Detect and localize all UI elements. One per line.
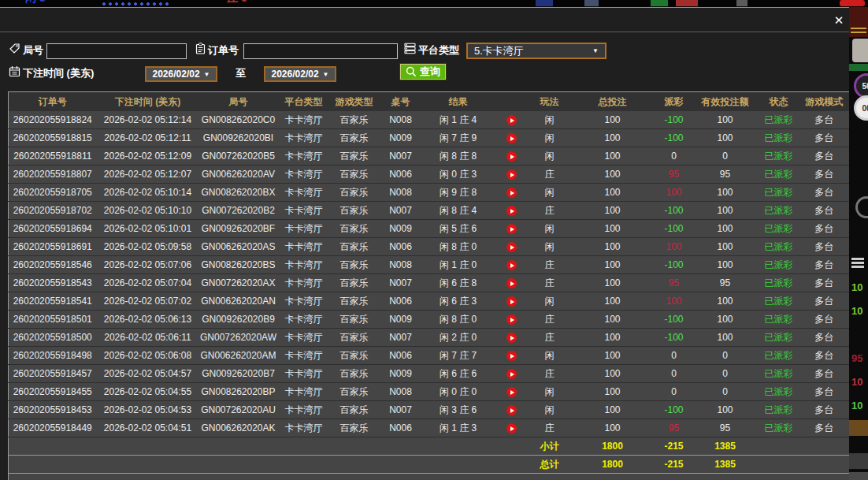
table-cell: 2026-02-02 05:12:07 [97,166,199,184]
bet-history-table: 订单号下注时间 (美东)局号平台类型游戏类型桌号结果玩法总投注派彩有效投注额状态… [8,91,849,480]
table-cell [494,292,530,311]
table-cell: 已派彩 [759,184,799,202]
platform-type-select[interactable]: 5.卡卡湾厅 ▼ [466,43,606,59]
replay-button[interactable] [506,387,517,397]
table-cell: 小计 [530,437,569,456]
replay-button[interactable] [506,115,517,125]
date-to-value: 2026/02/02 [272,69,319,80]
table-cell: 多台 [799,365,850,383]
column-header [494,92,530,112]
table-cell: 闲 7 庄 7 [423,347,494,365]
subtotal-row: 小计1800-2151385 [9,437,850,456]
table-cell [97,456,199,474]
close-icon[interactable]: ✕ [832,13,846,28]
table-cell: 多台 [799,129,850,147]
replay-button[interactable] [506,369,517,379]
table-row: 2602020559188072026-02-02 05:12:07GN0062… [9,166,850,184]
table-cell: 2026-02-02 05:04:55 [97,383,199,401]
table-cell: 100 [692,311,759,329]
table-cell: 闲 [530,184,569,202]
replay-button[interactable] [506,169,517,180]
table-cell: 2026-02-02 05:10:14 [97,184,199,202]
table-cell: 庄 [530,329,569,347]
date-to-select[interactable]: 2026/02/02 ▼ [264,66,336,82]
table-cell [494,129,530,147]
date-from-select[interactable]: 2026/02/02 ▼ [145,66,217,82]
replay-button[interactable] [506,405,517,415]
table-cell: 2026-02-02 05:12:11 [97,129,199,147]
table-cell [494,202,530,220]
table-cell: N006 [379,347,423,365]
table-cell: 2026-02-02 05:04:53 [97,401,199,419]
replay-button[interactable] [506,333,517,343]
table-cell: 多台 [799,256,850,274]
replay-button[interactable] [506,423,517,433]
table-cell: 260202055918815 [9,129,97,147]
table-cell: 100 [569,347,656,365]
column-header: 桌号 [379,92,423,112]
table-cell: 卡卡湾厅 [278,111,330,129]
column-header: 有效投注额 [692,92,759,112]
table-cell: 闲 5 庄 6 [423,220,494,238]
table-row: 2602020559188242026-02-02 05:12:14GN0082… [9,111,850,129]
table-row: 2602020559187022026-02-02 05:10:10GN0072… [9,202,850,220]
round-no-input[interactable] [46,43,187,59]
table-cell [379,437,423,456]
table-cell: N008 [379,256,423,274]
table-cell: GN008262020BX [199,184,278,202]
table-cell: GN009262020B7 [199,365,278,383]
table-cell: N008 [379,383,423,401]
table-cell: 庄 [530,365,569,383]
table-row: 2602020559186942026-02-02 05:10:01GN0092… [9,220,850,238]
background-text-line [851,28,866,29]
table-cell [799,437,850,456]
table-row: 2602020559184492026-02-02 05:04:51GN0062… [9,419,850,437]
table-cell: 闲 [530,111,569,129]
table-cell: 已派彩 [759,329,799,347]
table-cell: 100 [569,365,656,383]
table-cell [494,365,530,383]
to-label: 至 [236,66,246,80]
background-card [852,39,868,62]
table-cell: -100 [656,256,692,274]
table-cell: 闲 3 庄 6 [423,401,494,419]
tag-icon [9,43,20,54]
replay-button[interactable] [506,133,517,143]
table-cell: N009 [379,365,423,383]
table-cell: 100 [692,129,759,147]
table-cell: -100 [656,111,692,129]
table-cell: 100 [569,184,656,202]
replay-button[interactable] [506,296,517,307]
replay-button[interactable] [506,151,517,162]
table-cell: 百家乐 [330,401,379,419]
table-cell: N006 [379,166,423,184]
replay-button[interactable] [506,242,517,252]
background-block [849,453,868,469]
order-no-input[interactable] [243,43,398,59]
table-cell: 卡卡湾厅 [278,147,330,166]
search-button[interactable]: 查询 [400,64,446,80]
table-cell: 已派彩 [759,256,799,274]
table-cell: 0 [692,383,759,401]
table-cell [494,437,530,456]
table-cell: 1385 [692,437,759,456]
column-header: 游戏类型 [330,92,379,112]
empty-row [9,474,850,480]
table-cell [423,437,494,456]
table-cell: -100 [656,311,692,329]
replay-button[interactable] [506,351,517,361]
table-cell: GN007262020AU [199,401,278,419]
date-from-value: 2026/02/02 [153,69,200,80]
table-cell: 100 [569,129,656,147]
table-cell: 2026-02-02 05:07:02 [97,292,199,311]
replay-button[interactable] [506,278,517,288]
replay-button[interactable] [506,206,517,216]
replay-button[interactable] [506,260,517,270]
replay-button[interactable] [506,188,517,198]
table-cell: 多台 [799,419,850,437]
replay-button[interactable] [506,314,517,325]
background-number: 10 [851,305,862,317]
table-cell: 2026-02-02 05:06:13 [97,311,199,329]
replay-button[interactable] [506,224,517,234]
table-cell: 卡卡湾厅 [278,347,330,365]
